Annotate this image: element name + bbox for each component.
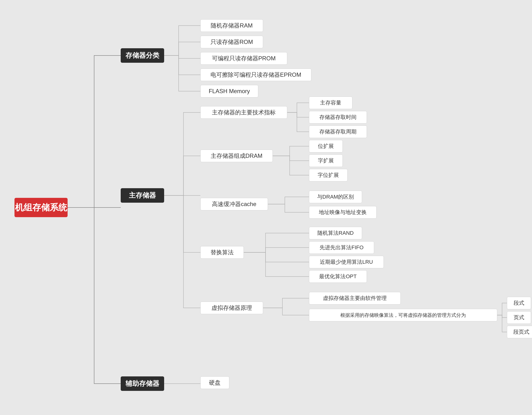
node-gaosuhc: 高速缓冲器cache bbox=[200, 198, 268, 210]
node-yu-dram: 与DRAM的区别 bbox=[309, 191, 362, 203]
node-xuni-ruanjian: 虚拟存储器主要由软件管理 bbox=[309, 292, 401, 304]
root-node: 机组存储系统 bbox=[14, 198, 67, 217]
node-zhuyao-zucheng: 主存储器组成DRAM bbox=[200, 150, 273, 162]
node-duan-ye-shi: 段页式 bbox=[507, 326, 532, 338]
node-cunjuqi-fenlei: 存储器分类 bbox=[121, 48, 164, 63]
node-ram: 随机存储器RAM bbox=[200, 19, 263, 32]
node-rand: 随机算法RAND bbox=[309, 227, 362, 239]
node-lru: 近期最少使用算法LRU bbox=[309, 256, 384, 268]
node-tihuan-sf: 替换算法 bbox=[200, 246, 244, 259]
node-cun-qu-sj: 存储器存取时间 bbox=[309, 111, 367, 123]
node-zi-kz: 字扩展 bbox=[309, 154, 343, 167]
node-fifo: 先进先出算法FIFO bbox=[309, 241, 374, 254]
node-zhuyao-jishu: 主存储器的主要技术指标 bbox=[200, 106, 287, 119]
node-ziwei-kz: 字位扩展 bbox=[309, 169, 348, 181]
node-dizhi-yingshe: 地址映像与地址变换 bbox=[309, 206, 377, 219]
mindmap-container: 机组存储系统 存储器分类 主存储器 辅助存储器 随机存储器RAM 只读存储器RO… bbox=[0, 0, 532, 415]
node-zhucunchchu: 主存储器 bbox=[121, 188, 164, 203]
node-eprom: 电可擦除可编程只读存储器EPROM bbox=[200, 68, 311, 81]
node-xuni-fenlei: 根据采用的存储映像算法，可将虚拟存储器的管理方式分为 bbox=[309, 309, 497, 321]
node-opt: 最优化算法OPT bbox=[309, 270, 367, 283]
node-flash: FLASH Memory bbox=[200, 85, 258, 97]
node-prom: 可编程只读存储器PROM bbox=[200, 52, 287, 65]
node-duan-shi: 段式 bbox=[507, 297, 531, 309]
node-rong-liang: 主存容量 bbox=[309, 96, 352, 109]
node-fuzhu: 辅助存储器 bbox=[121, 376, 164, 391]
node-xuni-yuanli: 虚拟存储器原理 bbox=[200, 302, 263, 314]
node-ye-shi: 页式 bbox=[507, 311, 531, 324]
node-wei-kz: 位扩展 bbox=[309, 140, 343, 152]
node-yingpan: 硬盘 bbox=[200, 376, 229, 389]
node-rom: 只读存储器ROM bbox=[200, 36, 263, 48]
node-cun-qu-zq: 存储器存取周期 bbox=[309, 125, 367, 138]
